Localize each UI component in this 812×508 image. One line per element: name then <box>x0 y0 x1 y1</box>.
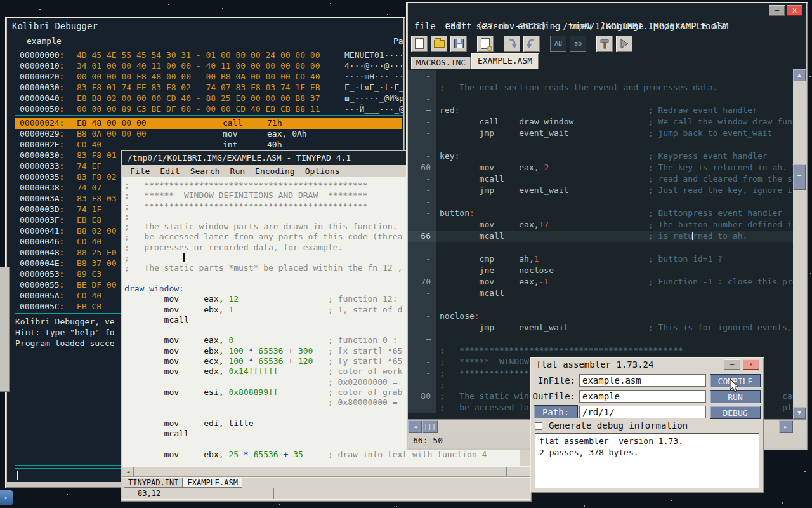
code-line: - <box>408 139 793 150</box>
code-line: — <box>408 333 793 345</box>
tab-tinypad.ini[interactable]: TINYPAD.INI <box>124 478 183 488</box>
wallpaper-star <box>804 471 806 472</box>
gutter-marker: - <box>408 253 436 265</box>
code-line: mov ebx, 25 * 65536 + 35 ; draw info tex… <box>124 450 520 460</box>
menu-item-file[interactable]: File <box>130 166 150 176</box>
mouse-cursor <box>730 378 740 392</box>
hex-row: 00000030:83 F8 01 74 EF 83 F8 02 - 74 07… <box>15 83 403 93</box>
code-line: - call draw_window ; We call the window_… <box>408 116 793 128</box>
tab-example-asm[interactable]: EXAMPLE.ASM <box>471 53 539 69</box>
splitter-grip-icon[interactable]: ||| <box>422 420 438 433</box>
code-line: - <box>408 299 793 311</box>
tab-example.asm[interactable]: EXAMPLE.ASM <box>183 478 242 488</box>
code-line: - <box>408 93 793 105</box>
wallpaper-star <box>330 3 331 4</box>
code-line: - jmp event_wait ; Just read the key, ig… <box>408 185 793 196</box>
scroll-right-icon[interactable]: ► <box>779 420 793 433</box>
code-line: - <box>408 196 793 208</box>
debug-button[interactable]: DEBUG <box>710 406 761 419</box>
wallpaper-star <box>782 502 783 504</box>
code-line: -key: ; Keypress event handler <box>408 150 793 162</box>
wallpaper-star <box>584 505 585 507</box>
hex-dump: 00000000:4D 45 4E 55 45 54 30 31 - 01 00… <box>15 50 403 115</box>
cedit-vertical-scrollbar[interactable]: ▲ ≡ ▼ <box>793 69 806 419</box>
menu-item-encoding[interactable]: Encoding <box>255 166 295 176</box>
wallpaper-star <box>168 4 169 5</box>
gutter-marker: - <box>408 322 436 333</box>
gutter-marker: - <box>408 288 436 299</box>
open-file-button[interactable] <box>431 36 447 52</box>
nav-back-button[interactable] <box>504 36 520 52</box>
code-line: 60 mov eax, 2 ; The key is returned in a… <box>408 162 793 173</box>
debug-info-checkbox[interactable] <box>535 422 542 430</box>
save-file-button[interactable] <box>450 36 467 52</box>
gutter-marker: 70 <box>408 276 436 288</box>
scroll-left-icon[interactable]: ◄ <box>122 467 134 476</box>
tinypad-horizontal-scrollbar[interactable]: ◄ <box>122 467 530 477</box>
tab-macros-inc[interactable]: MACROS.INC <box>411 57 471 69</box>
code-line: - cmp ah,1 ; button id=1 ? <box>408 253 793 265</box>
wallpaper-star <box>39 9 41 10</box>
code-line: -noclose: <box>408 311 793 322</box>
wallpaper-star <box>222 8 223 9</box>
gutter-marker: - <box>408 356 436 368</box>
outfile-field[interactable] <box>579 390 706 403</box>
code-line: - mcall <box>408 288 793 299</box>
disasm-row: 0000002E:CD 40int40h <box>15 140 402 150</box>
scroll-up-icon[interactable]: ▲ <box>793 69 806 81</box>
gutter-marker: 80 <box>408 391 436 402</box>
wallpaper-star <box>810 273 811 274</box>
path-button[interactable]: Path: <box>534 405 578 418</box>
minimize-button[interactable]: – <box>724 359 740 370</box>
nav-forward-button[interactable] <box>523 36 540 52</box>
cedit-title: CEdit (27-nov-2021) - /tmp0/1/KOLIBRI.IM… <box>445 21 729 31</box>
gutter-marker: - <box>408 173 436 185</box>
menu-item-run[interactable]: Run <box>230 166 245 176</box>
menu-item-options[interactable]: Options <box>305 166 340 176</box>
close-button[interactable]: x <box>743 359 759 370</box>
search-button[interactable] <box>477 36 494 52</box>
gutter-marker: - <box>408 299 436 311</box>
menu-item-edit[interactable]: Edit <box>160 166 180 176</box>
dump-frame-label: example <box>23 36 65 46</box>
window-edge-sliver <box>0 267 10 392</box>
hex-row: 00000040:E8 B8 02 00 00 00 CD 40 - 88 25… <box>15 93 403 104</box>
status-divider <box>386 488 386 499</box>
run-button[interactable] <box>616 36 632 52</box>
cedit-scroll-thumb[interactable]: ≡ <box>793 164 806 190</box>
gutter-marker: - <box>408 368 436 379</box>
infile-field[interactable] <box>579 374 706 387</box>
scroll-left-icon[interactable]: ◄ <box>408 420 422 433</box>
debug-info-label: Generate debug information <box>549 420 688 431</box>
code-line: - jne noclose <box>408 265 793 276</box>
curved-arrow-down-icon <box>508 39 516 49</box>
gutter-marker: — <box>408 219 436 231</box>
code-line: - mcall ; read and cleared from the sy <box>408 173 793 185</box>
new-file-icon <box>415 38 424 49</box>
gutter-marker: - <box>408 82 436 93</box>
lowercase-button[interactable]: ab <box>570 36 586 52</box>
wallpaper-star <box>279 504 280 505</box>
cedit-toolbar: AB ab <box>408 34 806 53</box>
wallpaper-star <box>67 494 68 495</box>
debugger-title-bar[interactable]: Kolibri Debugger <box>7 18 403 34</box>
close-button[interactable]: x <box>787 5 802 16</box>
gutter-marker: - <box>408 345 436 356</box>
command-caret <box>17 471 18 480</box>
curved-arrow-down-icon <box>527 39 536 49</box>
gutter-marker: 66 <box>408 231 436 242</box>
hex-row: 00000010:34 01 00 00 40 11 00 00 - 40 11… <box>15 61 403 72</box>
tinypad-tab-bar: TINYPAD.INIEXAMPLE.ASM <box>122 478 530 488</box>
path-field[interactable] <box>579 406 706 418</box>
hex-row: 00000000:4D 45 4E 55 45 54 30 31 - 01 00… <box>15 50 403 61</box>
scroll-down-icon[interactable]: ▼ <box>793 407 806 419</box>
new-file-button[interactable] <box>411 36 428 52</box>
gutter-marker: - <box>408 311 436 322</box>
build-button[interactable] <box>596 36 613 52</box>
taskbar-start-button[interactable]: ▸ <box>0 490 13 505</box>
open-folder-icon <box>434 40 445 48</box>
cedit-title-bar[interactable]: CEdit (27-nov-2021) - /tmp0/1/KOLIBRI.IM… <box>408 3 806 18</box>
minimize-button[interactable]: – <box>769 5 785 16</box>
uppercase-button[interactable]: AB <box>550 36 566 52</box>
menu-item-search[interactable]: Search <box>190 166 220 176</box>
